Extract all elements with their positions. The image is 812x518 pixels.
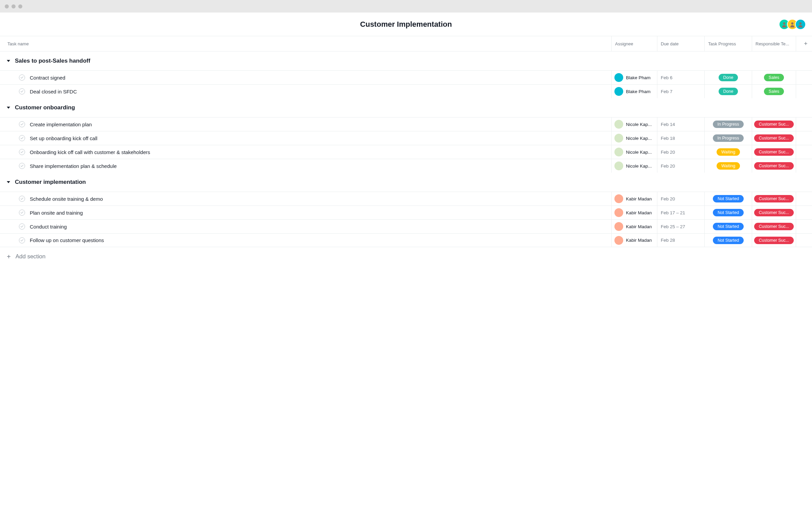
progress-badge: Waiting <box>717 148 740 156</box>
svg-point-3 <box>790 25 794 27</box>
progress-cell[interactable]: Not Started <box>704 206 752 219</box>
due-date-cell[interactable]: Feb 7 <box>657 85 704 98</box>
progress-cell[interactable]: Not Started <box>704 234 752 247</box>
due-date-cell[interactable]: Feb 18 <box>657 131 704 145</box>
complete-task-checkbox[interactable] <box>19 210 25 216</box>
add-section-button[interactable]: + Add section <box>0 247 812 266</box>
progress-cell[interactable]: Done <box>704 85 752 98</box>
section-collapse-caret-icon[interactable] <box>7 107 10 109</box>
task-name-cell[interactable]: Share implementation plan & schedule <box>0 159 611 173</box>
task-name-cell[interactable]: Contract signed <box>0 71 611 84</box>
task-row[interactable]: Onboarding kick off call with customer &… <box>0 145 812 159</box>
assignee-cell[interactable]: Nicole Kap... <box>611 145 657 159</box>
member-avatar[interactable] <box>795 19 806 30</box>
empty-cell <box>796 85 812 98</box>
minimize-window-button[interactable] <box>12 4 16 8</box>
task-row[interactable]: Share implementation plan & schedule Nic… <box>0 159 812 173</box>
team-badge: Customer Suc... <box>754 148 794 156</box>
task-row[interactable]: Conduct training Kabir Madan Feb 25 – 27… <box>0 219 812 233</box>
task-name-cell[interactable]: Conduct training <box>0 220 611 233</box>
column-header-assignee[interactable]: Assignee <box>611 36 657 51</box>
section-header[interactable]: Customer onboarding <box>0 98 812 117</box>
task-name-cell[interactable]: Plan onsite and training <box>0 206 611 219</box>
due-date-cell[interactable]: Feb 6 <box>657 71 704 84</box>
team-badge: Sales <box>764 88 784 95</box>
task-name-cell[interactable]: Deal closed in SFDC <box>0 85 611 98</box>
team-cell[interactable]: Customer Suc... <box>752 206 796 219</box>
add-column-button[interactable]: + <box>796 36 812 51</box>
team-cell[interactable]: Sales <box>752 71 796 84</box>
team-cell[interactable]: Customer Suc... <box>752 145 796 159</box>
due-date-cell[interactable]: Feb 20 <box>657 192 704 206</box>
task-row[interactable]: Contract signed Blake Pham Feb 6 Done Sa… <box>0 70 812 84</box>
assignee-cell[interactable]: Nicole Kap... <box>611 159 657 173</box>
complete-task-checkbox[interactable] <box>19 196 25 202</box>
task-name: Follow up on customer questions <box>30 237 104 243</box>
plus-icon: + <box>7 253 11 261</box>
assignee-cell[interactable]: Nicole Kap... <box>611 131 657 145</box>
assignee-cell[interactable]: Kabir Madan <box>611 234 657 247</box>
team-cell[interactable]: Customer Suc... <box>752 131 796 145</box>
task-row[interactable]: Plan onsite and training Kabir Madan Feb… <box>0 206 812 219</box>
team-cell[interactable]: Customer Suc... <box>752 192 796 206</box>
progress-cell[interactable]: In Progress <box>704 117 752 131</box>
due-date-cell[interactable]: Feb 20 <box>657 145 704 159</box>
column-header-taskname[interactable]: Task name <box>0 41 611 46</box>
task-name-cell[interactable]: Schedule onsite training & demo <box>0 192 611 206</box>
assignee-avatar <box>614 222 623 231</box>
column-header-team[interactable]: Responsible Te... <box>752 36 796 51</box>
assignee-cell[interactable]: Kabir Madan <box>611 220 657 233</box>
complete-task-checkbox[interactable] <box>19 135 25 141</box>
due-date-cell[interactable]: Feb 25 – 27 <box>657 220 704 233</box>
assignee-cell[interactable]: Blake Pham <box>611 85 657 98</box>
assignee-cell[interactable]: Blake Pham <box>611 71 657 84</box>
assignee-cell[interactable]: Nicole Kap... <box>611 117 657 131</box>
task-name-cell[interactable]: Follow up on customer questions <box>0 234 611 247</box>
column-header-row: Task name Assignee Due date Task Progres… <box>0 36 812 51</box>
progress-cell[interactable]: Not Started <box>704 192 752 206</box>
team-cell[interactable]: Sales <box>752 85 796 98</box>
progress-cell[interactable]: Waiting <box>704 159 752 173</box>
column-header-duedate[interactable]: Due date <box>657 36 704 51</box>
section-header[interactable]: Customer implementation <box>0 173 812 192</box>
due-date-cell[interactable]: Feb 28 <box>657 234 704 247</box>
assignee-cell[interactable]: Kabir Madan <box>611 206 657 219</box>
complete-task-checkbox[interactable] <box>19 237 25 243</box>
section-header[interactable]: Sales to post-Sales handoff <box>0 51 812 70</box>
task-row[interactable]: Create implementation plan Nicole Kap...… <box>0 117 812 131</box>
empty-cell <box>796 192 812 206</box>
assignee-cell[interactable]: Kabir Madan <box>611 192 657 206</box>
task-row[interactable]: Set up onboarding kick off call Nicole K… <box>0 131 812 145</box>
team-cell[interactable]: Customer Suc... <box>752 220 796 233</box>
task-row[interactable]: Deal closed in SFDC Blake Pham Feb 7 Don… <box>0 84 812 98</box>
task-row[interactable]: Schedule onsite training & demo Kabir Ma… <box>0 192 812 206</box>
column-header-progress[interactable]: Task Progress <box>704 36 752 51</box>
section-collapse-caret-icon[interactable] <box>7 60 10 62</box>
complete-task-checkbox[interactable] <box>19 163 25 169</box>
complete-task-checkbox[interactable] <box>19 149 25 155</box>
progress-cell[interactable]: Not Started <box>704 220 752 233</box>
team-badge: Customer Suc... <box>754 209 794 216</box>
close-window-button[interactable] <box>5 4 9 8</box>
task-name-cell[interactable]: Create implementation plan <box>0 117 611 131</box>
team-cell[interactable]: Customer Suc... <box>752 234 796 247</box>
assignee-avatar <box>614 134 623 143</box>
section-title: Customer implementation <box>15 179 86 186</box>
progress-cell[interactable]: Done <box>704 71 752 84</box>
complete-task-checkbox[interactable] <box>19 121 25 127</box>
progress-cell[interactable]: Waiting <box>704 145 752 159</box>
progress-cell[interactable]: In Progress <box>704 131 752 145</box>
task-row[interactable]: Follow up on customer questions Kabir Ma… <box>0 233 812 247</box>
due-date-cell[interactable]: Feb 20 <box>657 159 704 173</box>
complete-task-checkbox[interactable] <box>19 223 25 230</box>
complete-task-checkbox[interactable] <box>19 74 25 81</box>
task-name-cell[interactable]: Set up onboarding kick off call <box>0 131 611 145</box>
due-date-cell[interactable]: Feb 17 – 21 <box>657 206 704 219</box>
team-cell[interactable]: Customer Suc... <box>752 117 796 131</box>
due-date-cell[interactable]: Feb 14 <box>657 117 704 131</box>
team-cell[interactable]: Customer Suc... <box>752 159 796 173</box>
task-name-cell[interactable]: Onboarding kick off call with customer &… <box>0 145 611 159</box>
section-collapse-caret-icon[interactable] <box>7 181 10 183</box>
complete-task-checkbox[interactable] <box>19 88 25 94</box>
maximize-window-button[interactable] <box>18 4 22 8</box>
